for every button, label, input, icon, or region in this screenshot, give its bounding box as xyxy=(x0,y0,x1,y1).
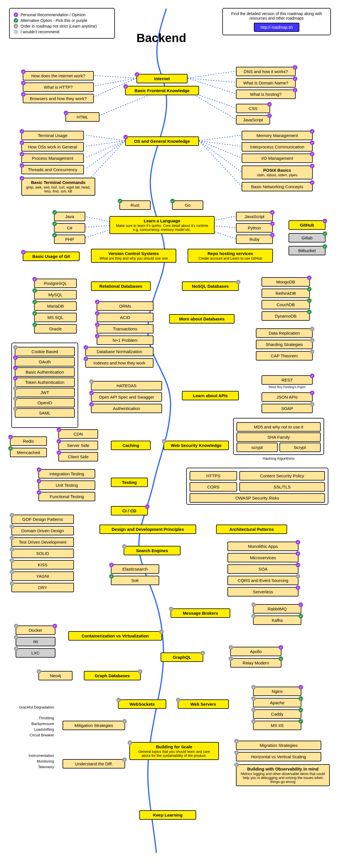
node-proc-mgmt[interactable]: Process Management✓ xyxy=(21,154,84,163)
node-cicd[interactable]: CI / CD✓ xyxy=(111,506,148,516)
node-docker[interactable]: Docker✓✓ xyxy=(16,625,56,635)
node-css[interactable]: CSS✓ xyxy=(236,104,270,113)
node-apollo[interactable]: Apollo✓✓ xyxy=(230,647,281,656)
node-yagni[interactable]: YAGNI✓ xyxy=(11,571,74,581)
node-postgres[interactable]: PostgreSQL✓ xyxy=(34,279,77,288)
node-transactions[interactable]: Transactions✓ xyxy=(97,324,154,334)
node-python[interactable]: Python✓ xyxy=(236,223,273,232)
node-solr[interactable]: Solr✓ xyxy=(111,576,159,585)
node-mssql[interactable]: MS SQL✓ xyxy=(34,313,77,322)
node-ipc[interactable]: Interprocess Communication✓ xyxy=(242,142,313,152)
node-memcached[interactable]: Memcached✓ xyxy=(10,448,47,457)
node-java[interactable]: Java✓ xyxy=(54,212,85,221)
node-unit-test[interactable]: Unit Testing✓ xyxy=(38,480,95,490)
node-apache[interactable]: Apache✓✓ xyxy=(253,698,301,707)
node-mysql[interactable]: MySQL✓ xyxy=(34,290,77,299)
node-monolithic[interactable]: Monolithic Apps✓ xyxy=(227,541,299,551)
node-git-basic[interactable]: Basic Usage of Git✓ xyxy=(23,252,80,261)
node-how-internet[interactable]: How does the internet work?✓ xyxy=(23,71,94,81)
node-kiss[interactable]: KISS✓ xyxy=(11,560,74,569)
node-dns[interactable]: DNS and how it works?✓ xyxy=(236,67,296,76)
node-scrypt[interactable]: scrypt xyxy=(237,443,278,452)
node-cdn[interactable]: CDN✓ xyxy=(58,429,98,439)
node-rust[interactable]: Rust✓ xyxy=(119,200,151,210)
node-jwt[interactable]: JWT✓ xyxy=(15,388,75,397)
node-n1[interactable]: N+1 Problem✓ xyxy=(97,336,154,345)
node-soa[interactable]: SOA✓ xyxy=(227,564,299,574)
node-os-knowledge[interactable]: OS and General Knowledge✓ xyxy=(125,136,199,146)
node-learn-apis[interactable]: Learn about APIs xyxy=(182,391,239,400)
node-repo-hosting[interactable]: Repo hosting servicesCreate account and … xyxy=(188,249,273,263)
node-gof[interactable]: GOF Design Patterns✓ xyxy=(11,515,74,524)
node-soap[interactable]: SOAP✓ xyxy=(261,404,313,413)
node-csp[interactable]: Content Security Policy xyxy=(239,471,325,480)
node-ddd[interactable]: Domain Driven Design✓ xyxy=(11,526,74,535)
node-cqrs[interactable]: CQRS and Event Sourcing✓ xyxy=(227,576,299,585)
node-lxc[interactable]: LXC✓ xyxy=(16,648,56,658)
node-vcs[interactable]: Version Control SystemsWhat are they and… xyxy=(91,249,176,263)
node-js-lang[interactable]: JavaScript✓ xyxy=(236,212,273,221)
node-github[interactable]: GitHub✓ xyxy=(288,220,326,230)
node-what-http[interactable]: What is HTTP?✓ xyxy=(23,83,94,92)
node-web-servers[interactable]: Web Servers✓ xyxy=(178,700,229,709)
node-learn-language[interactable]: Learn a LanguageMake sure to learn it's … xyxy=(110,216,215,234)
node-orms[interactable]: ORMs✓ xyxy=(97,301,154,311)
node-neo4j[interactable]: Neo4j✓ xyxy=(38,671,72,680)
node-graphql[interactable]: GraphQL✓ xyxy=(161,652,203,662)
node-design-principles[interactable]: Design and Development Principles xyxy=(99,525,196,534)
node-nosql-db[interactable]: NoSQL Databases✓ xyxy=(182,281,239,291)
node-cap[interactable]: CAP Theorem✓ xyxy=(256,351,313,361)
node-rethink[interactable]: RethinkDB✓ xyxy=(261,288,310,298)
node-db-norm[interactable]: Database Normalization✓ xyxy=(85,347,154,356)
node-ssl[interactable]: SSL/TLS xyxy=(239,482,325,492)
node-json-apis[interactable]: JSON APIs✓ xyxy=(261,392,313,402)
node-rest[interactable]: REST✓ xyxy=(261,375,313,385)
node-server-side[interactable]: Server Side✓ xyxy=(58,441,98,450)
node-basic-terminal-cmds[interactable]: Basic Terminal Commandsgrep, awk, sed, l… xyxy=(21,178,95,196)
node-dry[interactable]: DRY✓ xyxy=(11,583,74,592)
node-openapi[interactable]: Open API Spec and Swagger✓ xyxy=(91,392,162,402)
node-relay[interactable]: Relay Modern✓✓ xyxy=(230,658,281,668)
node-rkt[interactable]: rkt✓ xyxy=(16,637,56,646)
node-basic-auth[interactable]: Basic Authentication✓ xyxy=(15,367,75,377)
node-owasp[interactable]: OWASP Security Risks xyxy=(190,493,325,503)
node-rabbitmq[interactable]: RabbitMQ✓✓ xyxy=(253,604,301,614)
node-mariadb[interactable]: MariaDB✓ xyxy=(34,301,77,311)
node-basic-frontend[interactable]: Basic Frontend Knowledge✓ xyxy=(125,86,199,95)
node-mitigation[interactable]: Mitigation Strategies✓ xyxy=(63,721,125,730)
node-keep-learning[interactable]: Keep Learning xyxy=(139,810,196,820)
node-graph-db[interactable]: Graph Databases✓ xyxy=(84,671,141,680)
node-msg-brokers[interactable]: Message Brokers✓ xyxy=(171,609,230,618)
node-kafka[interactable]: Kafka✓✓ xyxy=(253,616,301,625)
node-more-db[interactable]: More about Databases xyxy=(169,314,235,323)
node-observability[interactable]: Building with Observability in mindMetri… xyxy=(236,764,330,786)
node-terminal-usage[interactable]: Terminal Usage✓ xyxy=(21,131,84,140)
node-io-mgmt[interactable]: I/O Management✓ xyxy=(242,154,313,163)
node-msiis[interactable]: MS IIS✓✓ xyxy=(253,721,301,730)
node-networking[interactable]: Basic Networking Concepts✓ xyxy=(242,182,313,191)
node-internet[interactable]: Internet✓ xyxy=(136,74,188,83)
node-web-security[interactable]: Web Security Knowledge✓ xyxy=(163,441,229,450)
node-nginx[interactable]: Nginx✓✓ xyxy=(253,687,301,696)
node-migration[interactable]: Migration Strategies✓ xyxy=(236,741,321,750)
node-building-for-scale[interactable]: Building for ScaleGeneral topics that yo… xyxy=(129,742,219,760)
node-posix[interactable]: POSIX Basicsstdin, stdout, stderr, pipes… xyxy=(242,165,313,179)
node-hosting[interactable]: What is hosting?✓ xyxy=(236,90,296,99)
node-auth[interactable]: Authentication✓ xyxy=(91,404,162,413)
node-search-engines[interactable]: Search Engines✓ xyxy=(124,546,181,555)
node-php[interactable]: PHP✓ xyxy=(54,235,85,244)
node-elastic[interactable]: Elasticsearch✓ xyxy=(111,564,159,574)
node-redis[interactable]: Redis✓ xyxy=(10,436,47,446)
node-threads[interactable]: Threads and Concurrency✓ xyxy=(21,165,84,174)
node-h-v-scaling[interactable]: Horizontal vs Vertical Scaling✓ xyxy=(236,752,321,762)
roadmap-link-button[interactable]: http:// roadmap.sh xyxy=(254,23,300,32)
node-openid[interactable]: OpenID✓ xyxy=(15,398,75,407)
node-oracle[interactable]: Oracle✓ xyxy=(34,324,77,334)
node-ruby[interactable]: Ruby✓ xyxy=(236,235,273,244)
node-sharding[interactable]: Sharding Strategies✓ xyxy=(256,340,313,349)
node-microservices[interactable]: Microservices✓ xyxy=(227,553,299,562)
node-tdd[interactable]: Test Driven Development✓ xyxy=(11,537,74,547)
node-domain-name[interactable]: What is Domain Name?✓ xyxy=(236,78,296,88)
node-integration-test[interactable]: Integration Testing✓ xyxy=(38,469,95,478)
node-html[interactable]: HTML✓ xyxy=(65,112,99,122)
